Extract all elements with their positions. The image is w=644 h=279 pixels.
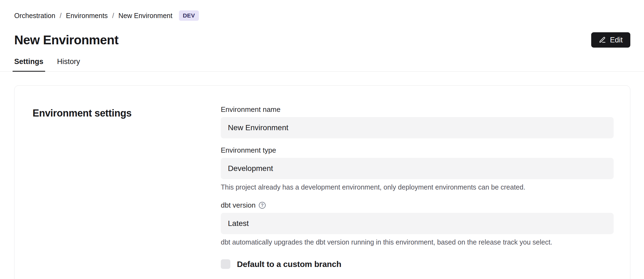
tab-settings[interactable]: Settings bbox=[14, 57, 43, 71]
dbt-version-help-text: dbt automatically upgrades the dbt versi… bbox=[221, 238, 614, 246]
environment-type-input[interactable] bbox=[221, 158, 614, 179]
tabs-bar: Settings History bbox=[0, 57, 644, 72]
breadcrumb: Orchestration / Environments / New Envir… bbox=[14, 0, 630, 21]
edit-button-label: Edit bbox=[610, 36, 623, 44]
custom-branch-checkbox[interactable] bbox=[221, 259, 230, 269]
field-environment-type: Environment type This project already ha… bbox=[221, 146, 614, 191]
breadcrumb-item-environments[interactable]: Environments bbox=[66, 12, 108, 20]
dbt-version-input[interactable] bbox=[221, 213, 614, 234]
field-dbt-version: dbt version ? dbt automatically upgrades… bbox=[221, 201, 614, 246]
custom-branch-checkbox-label: Default to a custom branch bbox=[237, 260, 341, 269]
tab-history[interactable]: History bbox=[57, 57, 80, 71]
edit-button[interactable]: Edit bbox=[591, 32, 630, 48]
breadcrumb-item-orchestration[interactable]: Orchestration bbox=[14, 12, 55, 20]
page-header: New Environment Edit bbox=[14, 32, 630, 48]
breadcrumb-separator: / bbox=[112, 12, 114, 20]
environment-type-label: Environment type bbox=[221, 146, 276, 155]
custom-branch-row: Default to a custom branch bbox=[221, 259, 614, 269]
breadcrumb-item-current: New Environment bbox=[118, 12, 172, 20]
breadcrumb-separator: / bbox=[60, 12, 62, 20]
environment-name-input[interactable] bbox=[221, 117, 614, 138]
environment-dev-badge: DEV bbox=[179, 10, 199, 21]
help-icon[interactable]: ? bbox=[259, 202, 266, 209]
environment-type-help-text: This project already has a development e… bbox=[221, 183, 614, 191]
dbt-version-label: dbt version bbox=[221, 201, 256, 210]
pencil-icon bbox=[599, 36, 606, 43]
environment-name-label: Environment name bbox=[221, 105, 280, 114]
field-environment-name: Environment name bbox=[221, 105, 614, 138]
page-title: New Environment bbox=[14, 33, 118, 47]
environment-settings-card: Environment settings Environment name En… bbox=[14, 85, 630, 279]
section-title: Environment settings bbox=[33, 107, 221, 119]
